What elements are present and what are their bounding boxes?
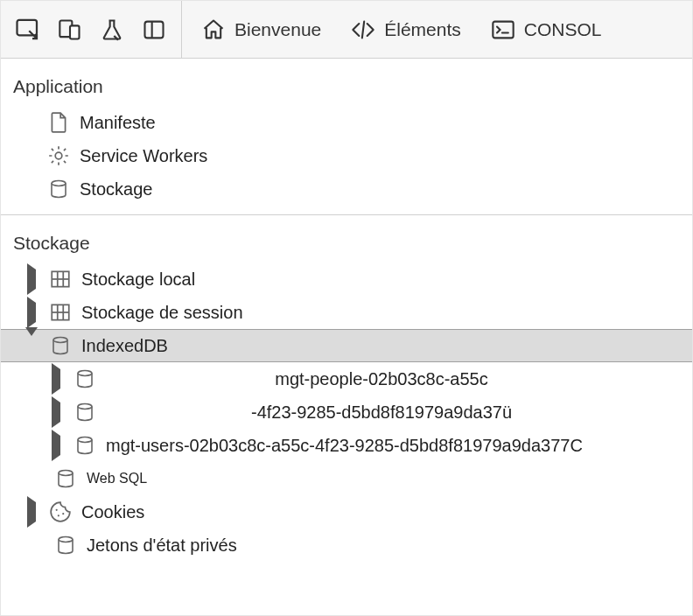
item-indexeddb[interactable]: IndexedDB [1,329,692,362]
tab-console[interactable]: CONSOL [491,1,602,58]
item-indexeddb-label: IndexedDB [81,336,168,356]
item-private-tokens[interactable]: Jetons d'état privés [1,528,692,562]
item-service-workers-label: Service Workers [80,146,207,166]
idb-child-1-label: -4f23-9285-d5bd8f81979a9da37ü [106,402,692,423]
devtools-toolbar: Bienvenue Éléments CONSOL [1,1,692,59]
inspect-icon[interactable] [15,17,41,43]
db-icon [53,533,78,557]
experiments-icon[interactable] [99,17,125,43]
tab-elements[interactable]: Éléments [351,1,461,58]
item-storage-overview-label: Stockage [80,179,152,200]
idb-child-0-label: mgt-people-02b03c8c-a55c [106,369,692,389]
device-toggle-icon[interactable] [57,17,83,43]
grid-icon [48,300,73,325]
section-storage-title: Stockage [1,215,692,262]
caret-right-icon[interactable] [48,436,64,456]
section-application-title: Application [1,59,692,106]
idb-child-1[interactable]: -4f23-9285-d5bd8f81979a9da37ü [1,396,692,429]
caret-right-icon[interactable] [48,402,64,423]
idb-child-0[interactable]: mgt-people-02b03c8c-a55c [1,362,692,396]
item-manifest[interactable]: Manifeste [1,106,692,139]
caret-right-icon[interactable] [48,369,64,389]
item-manifest-label: Manifeste [80,113,156,133]
dock-side-icon[interactable] [141,17,167,43]
db-icon [73,433,97,458]
idb-child-2-label: mgt-users-02b03c8c-a55c-4f23-9285-d5bd8f… [106,436,583,456]
toolbar-left-icons [1,1,182,58]
caret-right-icon[interactable] [24,270,39,290]
item-service-workers[interactable]: Service Workers [1,139,692,172]
item-local-storage[interactable]: Stockage local [1,262,692,296]
file-icon [46,110,71,135]
db-icon [53,466,78,491]
item-private-tokens-label: Jetons d'état privés [87,536,237,556]
db-icon [46,177,71,201]
db-icon [73,400,97,424]
item-storage-overview[interactable]: Stockage [1,172,692,206]
tab-console-label: CONSOL [524,19,602,40]
code-icon [351,18,375,42]
toolbar-tabs: Bienvenue Éléments CONSOL [182,1,620,58]
caret-right-icon[interactable] [24,502,39,522]
caret-right-icon[interactable] [24,303,39,323]
tab-welcome[interactable]: Bienvenue [201,1,321,58]
item-websql[interactable]: Web SQL [1,462,692,495]
item-cookies[interactable]: Cookies [1,495,692,528]
item-session-storage-label: Stockage de session [81,303,243,323]
tab-elements-label: Éléments [384,19,461,40]
item-cookies-label: Cookies [81,502,144,522]
home-icon [201,18,226,42]
db-icon [73,367,97,391]
cookie-icon [48,500,73,524]
item-local-storage-label: Stockage local [81,270,195,290]
caret-down-icon[interactable] [24,336,39,356]
idb-child-2[interactable]: mgt-users-02b03c8c-a55c-4f23-9285-d5bd8f… [1,429,692,462]
grid-icon [48,267,73,291]
gear-icon [46,144,71,168]
tab-welcome-label: Bienvenue [234,19,321,40]
item-session-storage[interactable]: Stockage de session [1,296,692,329]
db-icon [48,333,73,358]
item-websql-label: Web SQL [87,471,147,486]
console-icon [491,18,515,42]
